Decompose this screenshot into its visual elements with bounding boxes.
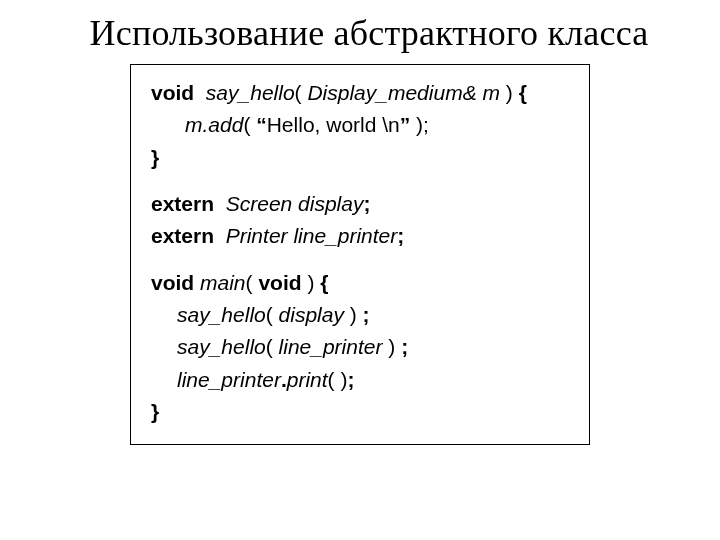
call-say-hello: say_hello (177, 335, 266, 358)
arg-line-printer: line_printer (279, 335, 383, 358)
blank-line (151, 176, 569, 190)
fn-main: main (200, 271, 246, 294)
code-line-6: void main( void ) { (151, 269, 569, 297)
blank-line (151, 255, 569, 269)
slide: Использование абстрактного класса void s… (0, 0, 720, 540)
string-literal: Hello, world \n (267, 113, 400, 136)
code-line-5: extern Printer line_printer; (151, 222, 569, 250)
code-line-4: extern Screen display; (151, 190, 569, 218)
code-line-8: say_hello( line_printer ) ; (151, 333, 569, 361)
code-line-1: void say_hello( Display_medium& m ) { (151, 79, 569, 107)
method-print: print (287, 368, 328, 391)
call-say-hello: say_hello (177, 303, 266, 326)
code-box: void say_hello( Display_medium& m ) { m.… (130, 64, 590, 445)
decl-screen: Screen display (226, 192, 364, 215)
arg-display: display (279, 303, 344, 326)
method-call: m.add (185, 113, 243, 136)
keyword-void: void (151, 81, 194, 104)
code-line-2: m.add( “Hello, world \n” ); (151, 111, 569, 139)
fn-say-hello: say_hello (206, 81, 295, 104)
obj-line-printer: line_printer (177, 368, 281, 391)
decl-printer: Printer line_printer (226, 224, 398, 247)
code-line-9: line_printer.print( ); (151, 366, 569, 394)
keyword-extern: extern (151, 192, 214, 215)
code-line-7: say_hello( display ) ; (151, 301, 569, 329)
code-line-10: } (151, 398, 569, 426)
keyword-extern: extern (151, 224, 214, 247)
code-line-3: } (151, 144, 569, 172)
keyword-void: void (151, 271, 194, 294)
slide-title: Использование абстрактного класса (28, 12, 710, 54)
param-type: Display_medium& m (307, 81, 500, 104)
keyword-void: void (258, 271, 301, 294)
